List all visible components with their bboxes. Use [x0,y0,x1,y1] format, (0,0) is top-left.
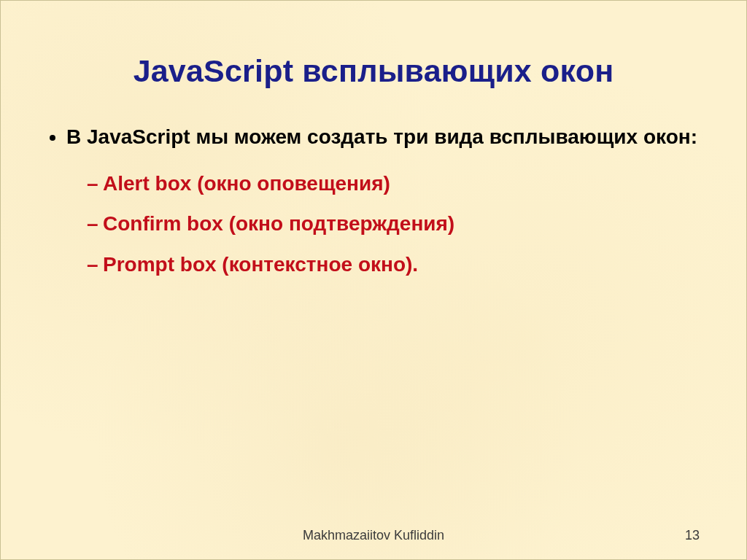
lead-text: В JavaScript мы можем создать три вида в… [66,125,697,148]
list-item: Prompt box (контекстное окно). [87,251,703,279]
footer-page-number: 13 [685,528,700,543]
slide: JavaScript всплывающих окон В JavaScript… [0,0,747,560]
list-item: Alert box (окно оповещения) [87,170,703,198]
lead-bullet: В JavaScript мы можем создать три вида в… [66,125,703,279]
bullet-list-level2: Alert box (окно оповещения) Confirm box … [87,170,703,279]
slide-title: JavaScript всплывающих окон [1,1,746,89]
slide-body: В JavaScript мы можем создать три вида в… [44,125,703,293]
list-item: Confirm box (окно подтверждения) [87,210,703,238]
footer-author: Makhmazaiitov Kufliddin [1,528,746,543]
bullet-list-level1: В JavaScript мы можем создать три вида в… [44,125,703,279]
